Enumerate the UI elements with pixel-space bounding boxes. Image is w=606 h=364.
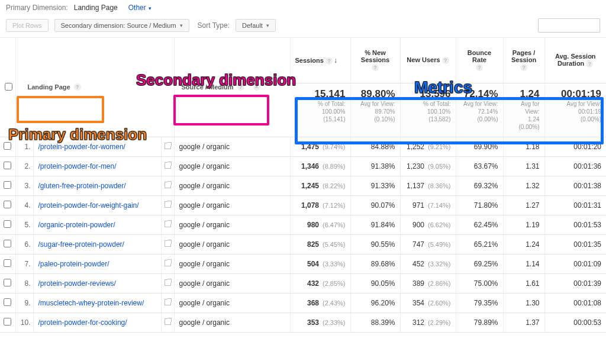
select-all-cell (0, 38, 15, 137)
duration-cell: 00:01:20 (544, 137, 606, 156)
landing-page-cell: /protein-powder-for-women/ (33, 137, 161, 156)
landing-page-cell: /protein-powder-for-weight-gain/ (33, 195, 161, 215)
help-icon[interactable]: ? (520, 64, 527, 71)
external-link-icon[interactable] (165, 299, 171, 305)
row-checkbox[interactable] (4, 298, 11, 306)
external-link-icon[interactable] (165, 201, 171, 208)
external-link-icon[interactable] (165, 162, 171, 169)
pages-cell: 1.32 (503, 176, 544, 195)
new-users-header[interactable]: New Users ? (400, 38, 456, 83)
external-link-icon[interactable] (165, 143, 171, 149)
summary-sessions: 15,141 % of Total: 100.00% (15,141) (290, 83, 350, 137)
open-external-cell (161, 215, 174, 234)
row-checkbox[interactable] (4, 201, 11, 208)
pages-session-header[interactable]: Pages / Session ? (503, 38, 544, 83)
open-external-cell (161, 313, 174, 332)
pct-new-cell: 89.68% (350, 254, 400, 273)
open-external-cell (161, 273, 174, 293)
plot-rows-button[interactable]: Plot Rows (6, 19, 49, 32)
help-icon[interactable]: ? (476, 64, 483, 71)
row-checkbox[interactable] (4, 259, 11, 267)
table-row: 4./protein-powder-for-weight-gain/google… (0, 195, 606, 215)
controls-bar: Plot Rows Secondary dimension: Source / … (0, 15, 606, 38)
row-checkbox[interactable] (4, 318, 11, 326)
pages-cell: 1.18 (503, 137, 544, 156)
new-users-cell: 747(5.49%) (400, 234, 456, 254)
sort-type-select[interactable]: Default ▾ (236, 19, 276, 32)
pages-cell: 1.61 (503, 273, 544, 293)
bounce-cell: 62.45% (456, 215, 503, 234)
sessions-cell: 980(6.47%) (290, 215, 350, 234)
row-index: 10. (15, 313, 33, 332)
row-checkbox[interactable] (4, 162, 11, 169)
chevron-down-icon: ▾ (266, 22, 269, 28)
landing-page-link[interactable]: /muscletech-whey-protein-review/ (38, 299, 144, 307)
source-medium-cell: google / organic (174, 156, 290, 176)
other-dimension-link[interactable]: Other ▾ (124, 4, 152, 12)
summary-pages: 1.24 Avg for View: 1.24 (0.00%) (503, 83, 544, 137)
landing-page-header[interactable]: Landing Page ? (15, 38, 174, 137)
landing-page-link[interactable]: /sugar-free-protein-powder/ (38, 240, 124, 249)
landing-page-link[interactable]: /protein-powder-for-women/ (38, 143, 125, 151)
pages-cell: 1.30 (503, 293, 544, 313)
primary-dimension-value[interactable]: Landing Page (74, 4, 118, 12)
source-medium-cell: google / organic (174, 273, 290, 293)
help-icon[interactable]: ? (325, 57, 333, 65)
avg-duration-header[interactable]: Avg. Session Duration ? (544, 38, 606, 83)
source-medium-cell: google / organic (174, 234, 290, 254)
landing-page-link[interactable]: /protein-powder-for-cooking/ (38, 318, 127, 327)
sort-type-label: Sort Type: (198, 21, 230, 30)
row-index: 5. (15, 215, 33, 234)
bounce-cell: 75.00% (456, 273, 503, 293)
sessions-header[interactable]: Sessions ?↓ (290, 38, 350, 83)
external-link-icon[interactable] (165, 240, 171, 247)
new-users-cell: 1,137(8.36%) (400, 176, 456, 195)
help-icon[interactable]: ? (442, 57, 449, 64)
landing-page-link[interactable]: /protein-powder-for-men/ (38, 162, 117, 170)
help-icon[interactable]: ? (74, 83, 81, 91)
help-icon[interactable]: ? (237, 83, 244, 91)
search-input[interactable] (538, 18, 600, 33)
external-link-icon[interactable] (165, 182, 171, 188)
external-link-icon[interactable] (165, 221, 171, 227)
bounce-cell: 71.80% (456, 195, 503, 215)
bounce-rate-header[interactable]: Bounce Rate? (456, 38, 503, 83)
pct-new-sessions-header[interactable]: % New Sessions? (350, 38, 400, 83)
new-users-cell: 1,252(9.21%) (400, 137, 456, 156)
source-medium-cell: google / organic (174, 293, 290, 313)
external-link-icon[interactable] (165, 260, 171, 266)
help-icon[interactable]: ? (372, 64, 379, 71)
landing-page-link[interactable]: /protein-powder-reviews/ (38, 279, 116, 288)
duration-cell: 00:01:31 (544, 195, 606, 215)
summary-pct-new: 89.80% Avg for View: 89.70% (0.10%) (350, 83, 400, 137)
row-checkbox[interactable] (4, 240, 11, 247)
landing-page-link[interactable]: /protein-powder-for-weight-gain/ (38, 201, 139, 210)
help-icon[interactable]: ? (586, 60, 593, 67)
row-index: 6. (15, 234, 33, 254)
source-medium-cell: google / organic (174, 176, 290, 195)
bounce-cell: 65.21% (456, 234, 503, 254)
landing-page-link[interactable]: /paleo-protein-powder/ (38, 260, 109, 268)
landing-page-link[interactable]: /organic-protein-powder/ (38, 221, 115, 229)
secondary-dimension-select[interactable]: Secondary dimension: Source / Medium ▾ (54, 19, 189, 32)
source-medium-header[interactable]: Source / Medium ? × (174, 38, 290, 137)
remove-dimension-icon[interactable]: × (253, 83, 260, 91)
external-link-icon[interactable] (165, 318, 171, 325)
select-all-checkbox[interactable] (5, 83, 12, 91)
pct-new-cell: 90.07% (350, 195, 400, 215)
external-link-icon[interactable] (165, 279, 171, 286)
sessions-cell: 504(3.33%) (290, 254, 350, 273)
row-checkbox[interactable] (4, 181, 11, 189)
duration-cell: 00:01:35 (544, 234, 606, 254)
duration-cell: 00:01:08 (544, 293, 606, 313)
duration-cell: 00:01:09 (544, 254, 606, 273)
landing-page-link[interactable]: /gluten-free-protein-powder/ (38, 182, 126, 190)
source-medium-cell: google / organic (174, 137, 290, 156)
duration-cell: 00:01:38 (544, 176, 606, 195)
row-checkbox[interactable] (4, 142, 11, 150)
new-users-cell: 971(7.14%) (400, 195, 456, 215)
row-checkbox[interactable] (4, 220, 11, 228)
table-row: 7./paleo-protein-powder/google / organic… (0, 254, 606, 273)
sessions-cell: 1,078(7.12%) (290, 195, 350, 215)
row-checkbox[interactable] (4, 279, 11, 286)
